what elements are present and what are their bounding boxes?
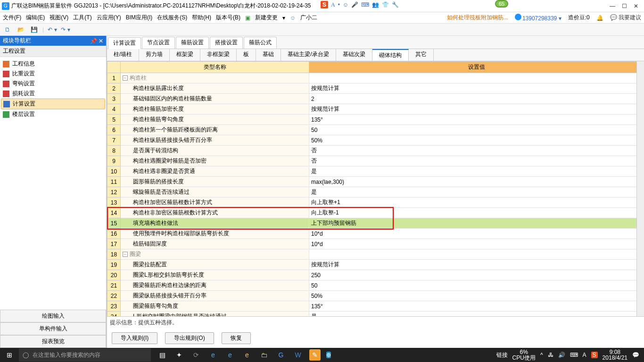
row-name[interactable]: 植筋锚固深度 [121, 239, 309, 249]
tab-lap-setting[interactable]: 搭接设置 [210, 37, 243, 49]
row-value[interactable]: 上下部均预留钢筋 [309, 218, 644, 229]
row-name[interactable]: 圆形箍筋的搭接长度 [121, 177, 309, 187]
notification-icon[interactable]: 💬 [632, 352, 639, 358]
row-value[interactable]: 135° [309, 301, 644, 312]
row-value[interactable]: 是 [309, 166, 644, 177]
panel-close-icon[interactable]: ✕ [99, 38, 103, 44]
nav-item-floor[interactable]: 楼层设置 [1, 109, 105, 119]
subtab-shearwall[interactable]: 剪力墙 [139, 49, 170, 61]
row-name[interactable]: 构造柱遇圈梁时箍筋是否加密 [121, 156, 309, 166]
subtab-column[interactable]: 柱/墙柱 [107, 49, 139, 61]
row-name[interactable]: 填充墙构造柱做法 [121, 218, 309, 229]
close-button[interactable]: ✕ [634, 3, 638, 9]
row-value[interactable] [309, 249, 644, 260]
btn-report[interactable]: 报表预览 [0, 335, 106, 348]
clock[interactable]: 9:082018/4/21 [603, 349, 627, 361]
nav-item-loss[interactable]: 损耗设置 [1, 89, 105, 99]
app-icon-2[interactable]: ⟳ [190, 349, 202, 361]
menu-view[interactable]: 视图(V) [50, 14, 68, 22]
tab-calc-setting[interactable]: 计算设置 [108, 37, 141, 49]
export-rule-button[interactable]: 导出规则(O) [165, 332, 214, 344]
row-name[interactable]: 使用预埋件时构造柱端部纵筋弯折长度 [121, 229, 309, 239]
import-rule-button[interactable]: 导入规则(I) [112, 332, 157, 344]
btn-draw-input[interactable]: 绘图输入 [0, 310, 106, 322]
row-name[interactable]: 构造柱遇非圈梁是否贯通 [121, 166, 309, 177]
row-value[interactable]: 2 [309, 94, 644, 104]
pin-icon[interactable]: 📌 [90, 38, 97, 44]
row-name[interactable]: −圈梁 [121, 249, 309, 260]
nav-item-project[interactable]: 工程信息 [1, 59, 105, 69]
subtab-framebeam[interactable]: 框架梁 [170, 49, 200, 61]
open-icon[interactable]: 📂 [16, 25, 25, 34]
row-name[interactable]: 圈梁箍筋弯勾角度 [121, 301, 309, 312]
row-value[interactable]: 按规范计算 [309, 260, 644, 270]
row-value[interactable]: 向上取整+1 [309, 197, 644, 208]
app-icon-4[interactable]: ✎ [309, 349, 321, 361]
row-name[interactable]: 构造柱非加密区箍筋根数计算方式 [121, 208, 309, 218]
edge2-icon[interactable]: e [224, 349, 236, 361]
row-value[interactable]: 10*d [309, 229, 644, 239]
row-name[interactable]: 构造柱加密区箍筋根数计算方式 [121, 197, 309, 208]
ie-icon[interactable]: e [241, 349, 253, 361]
row-name[interactable]: 圈梁纵筋搭接接头错开百分率 [121, 291, 309, 301]
maximize-button[interactable]: ☐ [622, 3, 627, 9]
row-value[interactable]: 135° [309, 115, 644, 125]
subtab-foundation[interactable]: 基础 [256, 49, 281, 61]
app-icon-3[interactable]: G [275, 349, 287, 361]
row-value[interactable]: 按规范计算 [309, 83, 644, 94]
menu-online[interactable]: 在线服务(S) [157, 14, 187, 22]
user-phone[interactable]: 13907298339 ▾ [515, 14, 561, 22]
tray-link[interactable]: 链接 [496, 351, 508, 359]
word-icon[interactable]: W [292, 349, 304, 361]
new-change-button[interactable]: 新建变更 [255, 14, 278, 22]
row-value[interactable]: 50 [309, 280, 644, 291]
menu-help[interactable]: 帮助(H) [192, 14, 211, 22]
tray-vol-icon[interactable]: 🔊 [558, 352, 565, 358]
undo-icon[interactable]: ↶ ▾ [48, 25, 57, 34]
taskbar-search[interactable]: ◯ 在这里输入你要搜索的内容 [19, 348, 151, 362]
row-name[interactable]: 构造柱纵筋露出长度 [121, 83, 309, 94]
row-name[interactable]: 螺旋箍筋是否连续通过 [121, 187, 309, 197]
row-name[interactable]: −构造柱 [121, 73, 309, 83]
tab-node-setting[interactable]: 节点设置 [142, 37, 175, 49]
subtab-other[interactable]: 其它 [409, 49, 434, 61]
subtab-slab[interactable]: 板 [237, 49, 256, 61]
row-name[interactable]: 圈梁拉筋配置 [121, 260, 309, 270]
tray-a-icon[interactable]: A [583, 352, 586, 358]
row-name[interactable]: 是否属于砖混结构 [121, 146, 309, 156]
menu-edit[interactable]: 编辑(E) [26, 14, 45, 22]
row-name[interactable]: 构造柱箍筋加密长度 [121, 104, 309, 115]
row-value[interactable]: 否 [309, 146, 644, 156]
subtab-secondary-beam[interactable]: 基础次梁 [336, 49, 372, 61]
nav-item-weight[interactable]: 比重设置 [1, 69, 105, 79]
new-icon[interactable]: 🗋 [3, 25, 12, 34]
row-value[interactable]: 250 [309, 270, 644, 280]
tray-net-icon[interactable]: 🖧 [548, 352, 553, 358]
row-value[interactable]: 是 [309, 187, 644, 197]
row-value[interactable] [309, 73, 644, 83]
row-name[interactable]: L形相交时圈梁中部钢筋是否连续通过 [121, 312, 309, 317]
restore-button[interactable]: 恢复 [222, 332, 251, 344]
row-name[interactable]: 构造柱第一个箍筋距楼板面的距离 [121, 125, 309, 135]
row-value[interactable]: 50% [309, 135, 644, 146]
tray-sogou-icon[interactable]: S [591, 352, 598, 358]
tab-hoop-formula[interactable]: 箍筋公式 [244, 37, 277, 49]
menu-bim[interactable]: BIM应用(I) [126, 14, 153, 22]
row-name[interactable]: 构造柱纵筋搭接接头错开百分率 [121, 135, 309, 146]
taskview-icon[interactable]: ▤ [157, 349, 168, 361]
minimize-button[interactable]: — [610, 3, 615, 9]
row-value[interactable]: max(lae,300) [309, 177, 644, 187]
app-icon-5[interactable]: ⊕ [326, 352, 331, 358]
row-name[interactable]: 圈梁箍筋距构造柱边缘的距离 [121, 280, 309, 291]
help-link[interactable]: 如何处理筏板附加钢筋... [447, 14, 508, 22]
app-icon-1[interactable]: ✦ [173, 349, 185, 361]
explorer-icon[interactable]: 🗀 [258, 349, 270, 361]
row-value[interactable]: 50 [309, 125, 644, 135]
save-icon[interactable]: 💾 [29, 25, 39, 34]
tray-up-icon[interactable]: ^ [540, 352, 543, 358]
menu-tools[interactable]: 工具(T) [73, 14, 91, 22]
subtab-foundation-beam[interactable]: 基础主梁/承台梁 [281, 49, 336, 61]
row-value[interactable]: 向上取整-1 [309, 208, 644, 218]
start-button[interactable]: ⊞ [0, 351, 19, 359]
nav-section[interactable]: 工程设置 [0, 46, 106, 57]
